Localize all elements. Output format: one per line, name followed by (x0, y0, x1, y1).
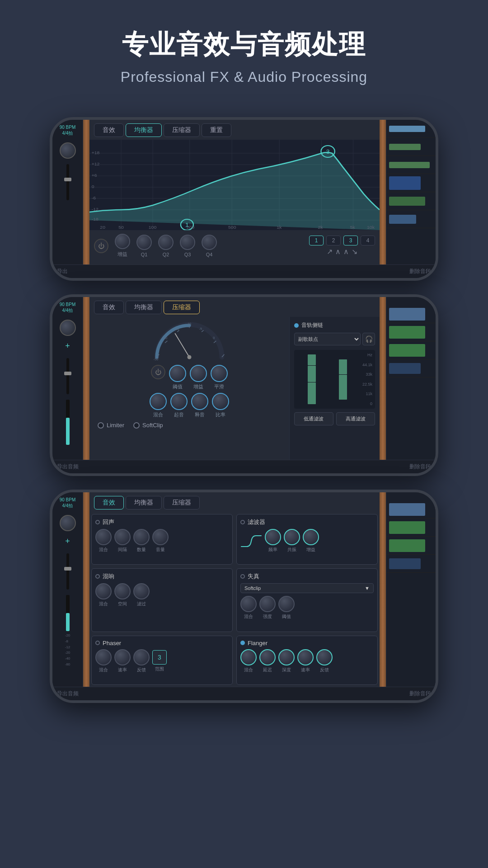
sidebar-knob-3[interactable] (60, 515, 76, 531)
flanger-knob-delay-dial[interactable] (259, 649, 276, 665)
softclip-option[interactable]: SoftClip (133, 422, 163, 429)
phaser-range-value[interactable]: 3 (152, 650, 167, 665)
sidebar-knob-1[interactable] (60, 142, 76, 159)
limiter-option[interactable]: Limiter (98, 422, 124, 429)
echo-knob-count-dial[interactable] (133, 529, 150, 545)
tab-comp-3[interactable]: 压缩器 (164, 496, 200, 509)
headphone-button[interactable]: 🎧 (362, 333, 375, 345)
tab-reset-1[interactable]: 重置 (202, 123, 231, 137)
comp-knob-gain-dial[interactable] (190, 365, 207, 382)
track-block-5 (389, 197, 425, 206)
flanger-mix-label: 混合 (244, 667, 253, 673)
reverb-knob-mix-dial[interactable] (95, 583, 112, 599)
fx-distortion: 失真 Softclip ▼ 混合 (236, 568, 378, 632)
band-btn-1[interactable]: 1 (309, 236, 324, 245)
sidebar-slider-1[interactable] (66, 164, 69, 200)
add-track-btn[interactable]: + (65, 341, 70, 351)
dist-knob-threshold-dial[interactable] (278, 596, 295, 612)
tab-fx-1[interactable]: 音效 (94, 123, 124, 137)
flanger-knob-depth-dial[interactable] (278, 649, 295, 665)
knob-q1-dial[interactable] (136, 235, 152, 250)
tab-eq-1[interactable]: 均衡器 (126, 123, 162, 137)
comp-knob-attack-dial[interactable] (170, 393, 188, 410)
flanger-knob-mix-dial[interactable] (240, 649, 257, 665)
filter-indicator[interactable] (240, 520, 245, 524)
freq-bar-2 (308, 366, 316, 382)
limiter-radio[interactable] (98, 422, 104, 429)
delete-btn-1[interactable]: 删除音段 (409, 268, 431, 275)
comp-power-btn[interactable]: ⏻ (151, 365, 165, 379)
echo-knob-mix-dial[interactable] (95, 529, 112, 545)
sidebar-knob-2[interactable] (60, 320, 76, 336)
svg-point-48 (188, 355, 192, 359)
eq-graph[interactable]: 1 3 20 50 100 200 500 1k 2k 5 (89, 140, 380, 230)
delete-btn-2[interactable]: 删除音段 (409, 463, 431, 471)
comp-knob-threshold-dial[interactable] (169, 365, 186, 382)
comp-knob-smooth-dial[interactable] (211, 365, 228, 382)
knob-q3-dial[interactable] (180, 235, 195, 250)
tab-fx-2[interactable]: 音效 (94, 301, 124, 314)
comp-knob-release-dial[interactable] (191, 393, 208, 410)
phaser-title: Phaser (103, 640, 121, 646)
sidebar-slider-2[interactable] (66, 358, 69, 394)
band-btn-3[interactable]: 3 (343, 236, 358, 245)
echo-indicator[interactable] (95, 520, 100, 524)
dist-threshold-label: 阈值 (282, 613, 291, 620)
tab-eq-2[interactable]: 均衡器 (126, 301, 162, 314)
fx-filter: 滤波器 频率 (236, 514, 378, 565)
flanger-indicator[interactable] (240, 641, 245, 645)
track-4 (386, 174, 436, 192)
delete-btn-3[interactable]: 删除音段 (409, 690, 431, 698)
export-btn-2[interactable]: 导出音频 (57, 463, 79, 471)
track-3-4 (386, 555, 436, 573)
dist-knob-intensity-dial[interactable] (259, 596, 276, 612)
flanger-knob-rate-dial[interactable] (297, 649, 314, 665)
softclip-radio[interactable] (133, 422, 140, 429)
left-sidebar-3: 90 BPM 4/4拍 + -20 -8 -12 (52, 492, 83, 687)
phone-mockup-3: 90 BPM 4/4拍 + -20 -8 -12 (0, 490, 488, 703)
export-btn-1[interactable]: 导出 (57, 268, 68, 275)
tab-fx-3[interactable]: 音效 (94, 496, 124, 509)
svg-text:0: 0 (92, 184, 94, 189)
export-btn-3[interactable]: 导出音频 (57, 690, 79, 698)
track-5 (386, 192, 436, 210)
knob-gain-dial[interactable] (115, 234, 130, 249)
comp-knob-mix-dial[interactable] (150, 393, 167, 410)
flanger-delay-label: 延迟 (263, 667, 272, 673)
highpass-btn[interactable]: 高通滤波 (336, 412, 375, 425)
reverb-indicator[interactable] (95, 574, 100, 579)
dist-dropdown[interactable]: Softclip ▼ (240, 583, 374, 593)
filter-knob-gain-dial[interactable] (303, 529, 319, 545)
svg-text:0: 0 (213, 336, 215, 340)
dist-indicator[interactable] (240, 574, 245, 579)
lowpass-btn[interactable]: 低通滤波 (294, 412, 333, 425)
comp-knob-ratio-dial[interactable] (212, 393, 229, 410)
band-btn-2[interactable]: 2 (326, 236, 341, 245)
filter-knob-freq-dial[interactable] (265, 529, 281, 545)
tab-comp-1[interactable]: 压缩器 (164, 123, 200, 137)
power-button-1[interactable]: ⏻ (94, 239, 108, 253)
band-btn-4[interactable]: 4 (361, 236, 375, 245)
knob-q4-dial[interactable] (202, 235, 217, 250)
sidechain-dropdown[interactable]: 副歌鼓点 (294, 333, 361, 345)
tab-eq-3[interactable]: 均衡器 (126, 496, 162, 509)
sidebar-slider-3[interactable] (66, 553, 69, 590)
comp-panel: 音效 均衡器 压缩器 (89, 297, 380, 460)
echo-knob-vol-dial[interactable] (152, 529, 169, 545)
tab-comp-2[interactable]: 压缩器 (164, 301, 200, 314)
knob-q2-dial[interactable] (158, 235, 174, 250)
add-track-btn-3[interactable]: + (65, 537, 70, 546)
flanger-knob-feedback-dial[interactable] (316, 649, 333, 665)
reverb-knob-filter: 滤过 (133, 583, 150, 607)
reverb-knob-space-dial[interactable] (114, 583, 131, 599)
freq-bars (297, 352, 358, 407)
reverb-knob-filter-dial[interactable] (133, 583, 150, 599)
sidechain-dot (294, 323, 299, 328)
phaser-indicator[interactable] (95, 641, 100, 645)
echo-knob-interval-dial[interactable] (114, 529, 131, 545)
filter-knob-res-dial[interactable] (284, 529, 300, 545)
phaser-knob-mix-dial[interactable] (95, 649, 112, 665)
phaser-knob-feedback-dial[interactable] (133, 649, 150, 665)
dist-knob-mix-dial[interactable] (240, 596, 257, 612)
phaser-knob-rate-dial[interactable] (114, 649, 131, 665)
